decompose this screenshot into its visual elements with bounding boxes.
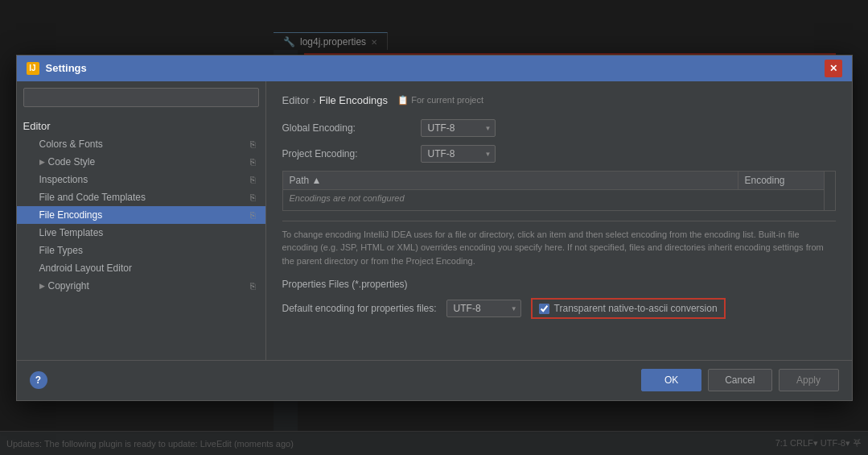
cancel-button[interactable]: Cancel bbox=[708, 369, 771, 391]
sidebar-item-inspections[interactable]: Inspections ⎘ bbox=[17, 171, 265, 188]
help-button[interactable]: ? bbox=[30, 371, 47, 389]
copy-icon-colors: ⎘ bbox=[250, 139, 256, 149]
dialog-search-wrapper bbox=[17, 81, 265, 114]
dialog-titlebar: IJ Settings ✕ bbox=[17, 56, 852, 81]
encoding-table-header: Path ▲ Encoding bbox=[283, 172, 835, 190]
help-icon: ? bbox=[35, 374, 41, 386]
copy-icon-code-style: ⎘ bbox=[250, 157, 256, 167]
breadcrumb-note-text: For current project bbox=[411, 95, 483, 105]
ok-button[interactable]: OK bbox=[641, 369, 701, 391]
copy-icon-inspections: ⎘ bbox=[250, 175, 256, 184]
default-encoding-select-wrapper: UTF-8 UTF-16 ISO-8859-1 ▼ bbox=[446, 300, 521, 317]
sidebar-item-colors-fonts-label: Colors & Fonts bbox=[39, 139, 103, 150]
default-encoding-label: Default encoding for properties files: bbox=[282, 303, 437, 314]
sidebar-item-android-layout-editor[interactable]: Android Layout Editor bbox=[17, 259, 265, 277]
transparent-conversion-checkbox[interactable] bbox=[539, 304, 549, 314]
sidebar-item-copyright[interactable]: ▶ Copyright ⎘ bbox=[17, 277, 265, 295]
global-encoding-row: Global Encoding: UTF-8 UTF-16 ISO-8859-1… bbox=[282, 119, 836, 137]
sidebar-item-file-code-templates[interactable]: File and Code Templates ⎘ bbox=[17, 188, 265, 206]
transparent-conversion-label: Transparent native-to-ascii conversion bbox=[554, 303, 718, 314]
sidebar-item-code-style-label: Code Style bbox=[48, 156, 96, 168]
breadcrumb-parent: Editor bbox=[282, 94, 310, 106]
breadcrumb-current: File Encodings bbox=[319, 94, 388, 106]
arrow-icon-copyright: ▶ bbox=[39, 282, 45, 290]
sidebar-item-file-encodings[interactable]: File Encodings ⎘ bbox=[17, 206, 265, 224]
copy-icon-file-code-templates: ⎘ bbox=[250, 192, 256, 202]
dialog-body: Editor Colors & Fonts ⎘ ▶ Code Style ⎘ I… bbox=[17, 81, 852, 360]
sidebar-item-copyright-label: Copyright bbox=[48, 280, 89, 292]
encoding-table: Path ▲ Encoding Encodings are not config… bbox=[282, 171, 836, 211]
dialog-icon: IJ bbox=[27, 62, 39, 75]
sidebar-item-file-types[interactable]: File Types bbox=[17, 242, 265, 259]
settings-search-input[interactable] bbox=[23, 88, 259, 107]
global-encoding-select-wrapper: UTF-8 UTF-16 ISO-8859-1 ▼ bbox=[421, 119, 496, 137]
default-encoding-select[interactable]: UTF-8 UTF-16 ISO-8859-1 bbox=[446, 300, 521, 317]
sidebar-item-editor[interactable]: Editor bbox=[17, 117, 265, 135]
sidebar-item-live-templates[interactable]: Live Templates bbox=[17, 224, 265, 242]
sidebar-item-android-layout-editor-label: Android Layout Editor bbox=[39, 263, 132, 274]
project-encoding-select-wrapper: UTF-8 UTF-16 ISO-8859-1 ▼ bbox=[421, 145, 496, 163]
project-encoding-label: Project Encoding: bbox=[282, 148, 411, 159]
dialog-sidebar: Editor Colors & Fonts ⎘ ▶ Code Style ⎘ I… bbox=[17, 81, 266, 360]
encoding-table-body: Encodings are not configured bbox=[283, 190, 835, 206]
global-encoding-label: Global Encoding: bbox=[282, 122, 411, 134]
sidebar-item-file-code-templates-label: File and Code Templates bbox=[39, 192, 146, 203]
sidebar-item-inspections-label: Inspections bbox=[39, 174, 88, 185]
sidebar-item-live-templates-label: Live Templates bbox=[39, 227, 104, 238]
breadcrumb: Editor › File Encodings 📋 For current pr… bbox=[282, 94, 836, 106]
default-encoding-row: Default encoding for properties files: U… bbox=[282, 298, 836, 319]
global-encoding-select[interactable]: UTF-8 UTF-16 ISO-8859-1 bbox=[421, 119, 496, 137]
copy-icon-file-encodings: ⎘ bbox=[250, 210, 256, 220]
encoding-table-empty-text: Encodings are not configured bbox=[290, 193, 405, 203]
breadcrumb-note-icon: 📋 bbox=[397, 95, 409, 105]
sidebar-item-code-style[interactable]: ▶ Code Style ⎘ bbox=[17, 153, 265, 171]
dialog-footer: ? OK Cancel Apply bbox=[17, 360, 852, 400]
arrow-icon-code-style: ▶ bbox=[39, 158, 45, 166]
sidebar-item-editor-label: Editor bbox=[23, 120, 51, 132]
encoding-info-text: To change encoding IntelliJ IDEA uses fo… bbox=[282, 221, 836, 268]
dialog-title-text: Settings bbox=[46, 62, 87, 74]
encoding-table-scrollbar[interactable] bbox=[824, 172, 835, 210]
breadcrumb-sep: › bbox=[312, 94, 315, 106]
table-col-encoding[interactable]: Encoding bbox=[738, 172, 835, 189]
sidebar-item-file-encodings-label: File Encodings bbox=[39, 209, 103, 221]
project-encoding-row: Project Encoding: UTF-8 UTF-16 ISO-8859-… bbox=[282, 145, 836, 163]
properties-section-title: Properties Files (*.properties) bbox=[282, 279, 836, 290]
dialog-title-left: IJ Settings bbox=[27, 62, 87, 75]
apply-button[interactable]: Apply bbox=[779, 369, 839, 391]
sidebar-item-colors-fonts[interactable]: Colors & Fonts ⎘ bbox=[17, 135, 265, 153]
breadcrumb-note: 📋 For current project bbox=[397, 95, 483, 105]
transparent-conversion-box: Transparent native-to-ascii conversion bbox=[531, 298, 726, 319]
settings-dialog: IJ Settings ✕ Editor Colors & Fonts bbox=[16, 55, 853, 401]
copy-icon-copyright: ⎘ bbox=[250, 281, 256, 291]
project-encoding-select[interactable]: UTF-8 UTF-16 ISO-8859-1 bbox=[421, 145, 496, 163]
dialog-main-content: Editor › File Encodings 📋 For current pr… bbox=[266, 81, 852, 360]
sidebar-tree: Editor Colors & Fonts ⎘ ▶ Code Style ⎘ I… bbox=[17, 114, 265, 360]
table-col-path[interactable]: Path ▲ bbox=[283, 172, 738, 189]
dialog-overlay: IJ Settings ✕ Editor Colors & Fonts bbox=[0, 0, 868, 455]
sidebar-item-file-types-label: File Types bbox=[39, 245, 83, 256]
dialog-close-button[interactable]: ✕ bbox=[825, 60, 842, 77]
